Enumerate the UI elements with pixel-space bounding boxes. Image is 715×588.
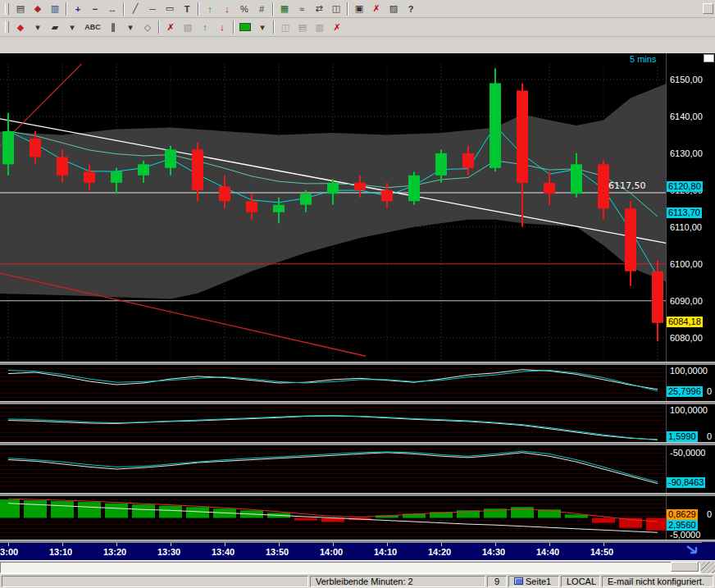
status-bar: Verbleibende Minuten: 2 9 Seite1 LOCAL E…: [0, 573, 715, 588]
indicator-top-label: -50,0000: [670, 448, 705, 458]
tile-horizontal-icon[interactable]: ▤: [294, 20, 311, 34]
indicator-bottom-label: -5,0000: [670, 530, 700, 540]
time-axis-label: 14:20: [428, 547, 451, 557]
time-axis-tick: [603, 543, 604, 546]
new-chart-icon[interactable]: ▤: [12, 2, 29, 16]
time-axis-tick: [116, 543, 117, 546]
main-candlestick-chart[interactable]: 6117,50: [0, 64, 666, 362]
indicator-panel-3[interactable]: [0, 445, 666, 493]
trading-app-window: ▤◆▥+−↔╱─▭T↑↓%#▦≈⇄◫▣✗▨? ◆▾▰▾ABC∥▾◇✗▧↑↓▾◫▤…: [0, 0, 715, 588]
time-axis-label: 13:40: [212, 547, 235, 557]
trendline-tool-icon[interactable]: ╱: [127, 2, 143, 16]
strategy-active-indicator[interactable]: [237, 20, 253, 34]
horizontal-line-tool-icon[interactable]: ─: [144, 2, 161, 16]
parallel-channel-tool-icon[interactable]: ∥: [105, 20, 121, 34]
price-axis-label: 6080,00: [670, 333, 703, 343]
time-axis: 13:0013:1013:2013:3013:4013:5014:0014:10…: [0, 542, 702, 560]
status-spacer: [2, 576, 308, 587]
histogram-indicator-plot: [0, 496, 666, 540]
toolbar-separator: [272, 2, 274, 16]
arrow-up-marker-icon[interactable]: ↑: [202, 2, 218, 16]
line-width-icon[interactable]: ▰: [47, 20, 63, 34]
erase-drawing-icon[interactable]: ✗: [162, 20, 179, 34]
price-tag: 6120,80: [667, 181, 703, 192]
time-axis-tick: [495, 543, 496, 546]
time-axis-label: 13:00: [0, 547, 18, 557]
label-tool-icon[interactable]: ABC: [81, 20, 104, 34]
line-width-dropdown-icon[interactable]: ▾: [64, 20, 80, 34]
axis-zero-label: 0: [707, 431, 712, 441]
resize-grip[interactable]: [701, 562, 715, 574]
drawing-tool-dropdown-icon[interactable]: ▾: [122, 20, 139, 34]
indicator-panel-1[interactable]: [0, 365, 666, 401]
rectangle-tool-icon[interactable]: ▭: [162, 2, 178, 16]
status-page-number: 9: [487, 576, 507, 587]
arrow-down-marker-icon[interactable]: ↓: [219, 2, 235, 16]
line-color-icon[interactable]: ◆: [12, 20, 29, 34]
line-color-dropdown-icon[interactable]: ▾: [30, 20, 46, 34]
toolbar-separator: [273, 21, 275, 34]
status-connection-mode: LOCAL: [561, 576, 600, 587]
status-remaining-minutes: Verbleibende Minuten: 2: [310, 576, 485, 587]
time-axis-label: 14:30: [482, 547, 505, 557]
strategy-dropdown-icon[interactable]: ▾: [254, 20, 271, 34]
cascade-windows-icon[interactable]: ◫: [277, 20, 294, 34]
status-page-label: Seite1: [526, 577, 551, 586]
time-axis-label: 13:10: [49, 547, 72, 557]
help-icon[interactable]: ?: [403, 2, 419, 16]
time-axis-corner: [702, 542, 715, 560]
price-marker-label: 6117,50: [608, 180, 646, 191]
status-email-config: E-mail nicht konfiguriert.: [602, 576, 713, 587]
price-tag: 6084,18: [667, 317, 703, 327]
split-view-icon[interactable]: ◫: [328, 2, 344, 16]
zoom-out-icon[interactable]: −: [87, 2, 103, 16]
scrollbar-track[interactable]: [0, 562, 700, 573]
toolbar-separator: [347, 2, 348, 16]
fibonacci-tool-icon[interactable]: ◇: [139, 20, 156, 34]
time-axis-label: 14:00: [320, 547, 343, 557]
indicator-panel-4[interactable]: [0, 496, 666, 540]
toolbar-overflow-button[interactable]: [703, 3, 713, 14]
panel-divider: [0, 540, 715, 542]
text-tool-icon[interactable]: T: [179, 2, 195, 16]
horizontal-scrollbar: [0, 560, 715, 573]
price-axis-label: 6130,00: [670, 148, 703, 158]
time-axis-tick: [225, 543, 225, 546]
scrollbar-thumb[interactable]: [671, 562, 699, 572]
print-chart-icon[interactable]: ▣: [351, 2, 367, 16]
sell-order-icon[interactable]: ↓: [214, 20, 230, 34]
toolbar-separator: [66, 2, 67, 16]
buy-order-icon[interactable]: ↑: [197, 20, 213, 34]
zoom-in-icon[interactable]: +: [70, 2, 86, 16]
price-axis-label: 6100,00: [670, 259, 703, 269]
delete-object-icon[interactable]: ✗: [368, 2, 385, 16]
toolbar-separator: [158, 21, 160, 34]
compare-symbols-icon[interactable]: ⇄: [311, 2, 327, 16]
moving-average-icon[interactable]: ≈: [294, 2, 310, 16]
indicator-value-tag: 25,7996: [667, 386, 703, 397]
close-all-windows-icon[interactable]: ✗: [329, 20, 345, 34]
percent-scale-icon[interactable]: %: [236, 2, 253, 16]
oscillator-2-plot: [0, 404, 666, 442]
time-axis-tick: [279, 543, 280, 546]
quote-board-icon[interactable]: ▥: [47, 2, 63, 16]
jump-to-latest-icon[interactable]: [685, 544, 700, 558]
indicators-icon[interactable]: ▦: [276, 2, 293, 16]
toolbar-grip: [5, 3, 9, 15]
price-axis-separator: [666, 53, 667, 541]
indicator-panel-2[interactable]: [0, 404, 666, 442]
toolbar-drawing: ◆▾▰▾ABC∥▾◇✗▧↑↓▾◫▤▥✗: [0, 18, 715, 37]
tile-vertical-icon[interactable]: ▥: [312, 20, 328, 34]
chart-scroll-up-button[interactable]: [704, 54, 714, 62]
fill-pattern-icon[interactable]: ▧: [180, 20, 196, 34]
pan-tool-icon[interactable]: ↔: [104, 2, 121, 16]
chart-settings-icon[interactable]: ▨: [385, 2, 402, 16]
time-axis-label: 13:20: [103, 547, 126, 557]
grid-toggle-icon[interactable]: #: [253, 2, 270, 16]
time-axis-tick: [8, 543, 9, 546]
indicator-value-tag: 1,5990: [667, 431, 698, 442]
symbol-list-icon[interactable]: ◆: [30, 2, 46, 16]
indicator-value-tag: -90,8463: [667, 477, 705, 488]
price-axis-label: 6090,00: [670, 296, 703, 306]
status-page-name: Seite1: [508, 576, 559, 587]
